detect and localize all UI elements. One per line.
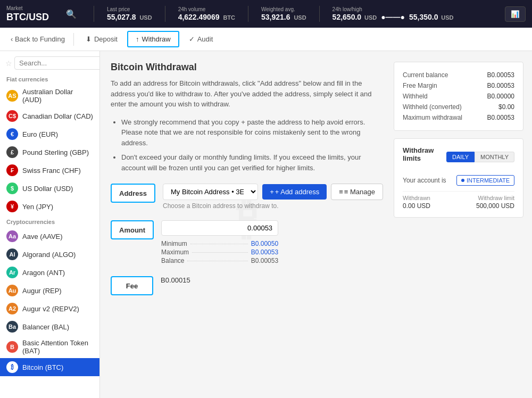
limit-tabs: DAILY MONTHLY: [446, 152, 514, 162]
address-hint: Choose a Bitcoin address to withdraw to.: [163, 202, 383, 210]
free-margin-row: Free Margin B0.00053: [403, 80, 514, 91]
gbp-label: Pound Sterling (GBP): [22, 148, 89, 156]
amount-input[interactable]: [161, 220, 278, 236]
address-form-right: My Bitcoin Address • 3ErB84mQEXuKoBU6LBZ…: [163, 184, 383, 210]
btc-icon: ₿: [6, 361, 18, 373]
deposit-icon: ⬇: [86, 35, 92, 43]
add-address-button[interactable]: + + Add address: [262, 184, 327, 200]
sidebar-item-rep[interactable]: Au Augur (REP): [0, 281, 99, 300]
sidebar-item-jpy[interactable]: ¥ Yen (JPY): [0, 197, 99, 215]
algo-label: Algorand (ALGO): [22, 251, 76, 259]
sidebar-item-btc[interactable]: ₿ Bitcoin (BTC): [0, 358, 99, 376]
sidebar-item-aud[interactable]: AS Australian Dollar (AUD): [0, 85, 99, 107]
gbp-icon: £: [6, 146, 18, 158]
fee-form-right: B0.00015: [161, 276, 383, 284]
withheld-value: B0.00000: [487, 93, 514, 100]
market-divider-3: [248, 6, 248, 22]
maximum-value[interactable]: B0.00053: [251, 248, 278, 256]
amount-details: Minimum B0.00050 Maximum B0.00053 Balanc…: [161, 240, 383, 264]
daily-tab[interactable]: DAILY: [446, 152, 475, 162]
nav-divider: [73, 33, 74, 46]
address-label-box: Address: [111, 184, 155, 203]
jpy-label: Yen (JPY): [22, 203, 53, 211]
volume-section: 24h volume 4,622.49069 BTC: [178, 6, 235, 21]
account-level-label: INTERMEDIATE: [467, 177, 510, 184]
market-pair: BTC/USD: [6, 12, 49, 23]
aud-label: Australian Dollar (AUD): [22, 88, 93, 104]
amount-form-right: Minimum B0.00050 Maximum B0.00053 Balanc…: [161, 220, 383, 266]
monthly-tab[interactable]: MONTHLY: [475, 152, 514, 162]
intermediate-badge: INTERMEDIATE: [456, 175, 514, 186]
max-withdrawal-value: B0.00053: [487, 114, 514, 121]
maximum-label: Maximum: [161, 248, 189, 256]
sidebar-item-gbp[interactable]: £ Pound Sterling (GBP): [0, 143, 99, 161]
sidebar-item-chf[interactable]: ₣ Swiss Franc (CHF): [0, 161, 99, 179]
volume-label: 24h volume: [178, 6, 235, 13]
sidebar-item-bat[interactable]: B Basic Attention Token (BAT): [0, 336, 99, 358]
balance-panel: Current balance B0.00053 Free Margin B0.…: [394, 62, 523, 131]
jpy-icon: ¥: [6, 201, 18, 212]
sidebar-item-bal[interactable]: Ba Balancer (BAL): [0, 318, 99, 336]
sidebar-item-aave[interactable]: Aa Aave (AAVE): [0, 227, 99, 245]
max-withdrawal-label: Maximum withdrawal: [403, 114, 462, 121]
address-select[interactable]: My Bitcoin Address • 3ErB84mQEXuKoBU6LBZ…: [163, 184, 258, 200]
search-input[interactable]: [19, 59, 100, 67]
bal-icon: Ba: [6, 321, 18, 333]
minimum-value[interactable]: B0.00050: [251, 240, 278, 247]
withdraw-nav-button[interactable]: ↑ Withdraw: [127, 31, 179, 47]
bat-label: Basic Attention Token (BAT): [22, 339, 93, 355]
market-divider-2: [165, 6, 165, 22]
content-area: ₿ Bitcoin Withdrawal To add an address f…: [100, 51, 532, 398]
market-divider-1: [94, 6, 94, 22]
market-search-button[interactable]: 🔍: [62, 7, 81, 21]
lowhigh-value: 52,650.0 USD ●——● 55,350.0 USD: [332, 13, 454, 21]
limits-title: Withdraw limits: [403, 146, 446, 162]
limits-panel: Withdraw limits DAILY MONTHLY Your accou…: [394, 138, 523, 218]
address-row-wrap: My Bitcoin Address • 3ErB84mQEXuKoBU6LBZ…: [163, 184, 383, 200]
market-bar: Market BTC/USD 🔍 Last price 55,027.8 USD…: [0, 0, 532, 28]
usd-label: US Dollar (USD): [22, 185, 73, 193]
last-price-label: Last price: [107, 6, 152, 13]
intro-text: To add an address for Bitcoin withdrawal…: [111, 78, 383, 110]
deposit-nav-button[interactable]: ⬇ Deposit: [78, 32, 125, 46]
nav-bar: ‹ Back to Funding ⬇ Deposit ↑ Withdraw ✓…: [0, 28, 532, 51]
withheld-label: Withheld: [403, 93, 428, 100]
chart-icon-button[interactable]: 📊: [505, 6, 526, 22]
market-divider-4: [319, 6, 320, 22]
bullet-item-2: Don't exceed your daily or monthly fundi…: [121, 152, 383, 173]
minimum-dots: [190, 244, 248, 244]
sidebar-item-cad[interactable]: C$ Canadian Dollar (CAD): [0, 107, 99, 125]
last-price-value: 55,027.8 USD: [107, 13, 152, 21]
withdrawn-col-label: Withdrawn: [403, 195, 430, 201]
sidebar-item-repv2[interactable]: A2 Augur v2 (REPV2): [0, 300, 99, 318]
audit-nav-button[interactable]: ✓ Audit: [181, 32, 221, 46]
badge-dot: [461, 179, 464, 182]
market-name-section: Market BTC/USD: [6, 5, 49, 23]
fee-value: B0.00015: [161, 276, 190, 284]
withheld-row: Withheld B0.00000: [403, 91, 514, 102]
free-margin-label: Free Margin: [403, 82, 437, 89]
current-balance-row: Current balance B0.00053: [403, 70, 514, 80]
bullet-list: We strongly recommend that you copy + pa…: [111, 117, 383, 173]
aud-icon: AS: [6, 90, 18, 102]
bullet-item-1: We strongly recommend that you copy + pa…: [121, 117, 383, 148]
maximum-dots: [192, 252, 248, 253]
main-withdrawal-panel: ₿ Bitcoin Withdrawal To add an address f…: [100, 51, 394, 398]
maximum-row: Maximum B0.00053: [161, 248, 278, 256]
sidebar-item-eur[interactable]: € Euro (EUR): [0, 125, 99, 143]
page-title: Bitcoin Withdrawal: [111, 62, 383, 73]
withheld-converted-label: Withheld (converted): [403, 103, 462, 111]
manage-button[interactable]: ≡ ≡ Manage: [331, 184, 383, 200]
withheld-converted-row: Withheld (converted) $0.00: [403, 102, 514, 112]
sidebar-item-usd[interactable]: $ US Dollar (USD): [0, 179, 99, 197]
balance-row: Balance B0.00053: [161, 257, 278, 264]
favorites-star-button[interactable]: ☆: [5, 59, 12, 68]
audit-icon: ✓: [189, 35, 195, 43]
minimum-label: Minimum: [161, 240, 187, 247]
sidebar-item-ant[interactable]: Ar Aragon (ANT): [0, 263, 99, 281]
weighted-label: Weighted avg.: [261, 6, 306, 13]
sidebar-item-algo[interactable]: Al Algorand (ALGO): [0, 245, 99, 263]
back-to-funding-link[interactable]: ‹ Back to Funding: [6, 35, 69, 43]
weighted-section: Weighted avg. 53,921.6 USD: [261, 6, 306, 21]
account-level-row: Your account is INTERMEDIATE: [403, 173, 514, 188]
